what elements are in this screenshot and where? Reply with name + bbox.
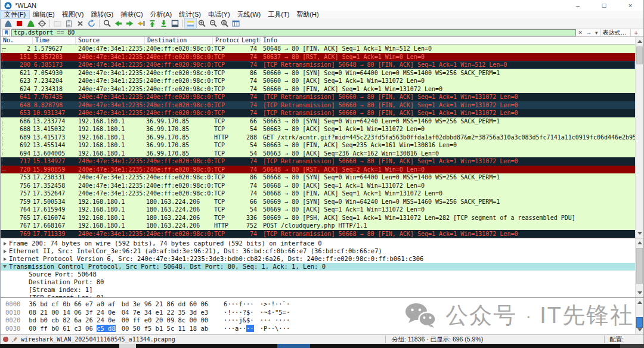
zoom-out-icon[interactable]: [208, 18, 219, 28]
restart-capture-icon[interactable]: [25, 18, 36, 28]
scroll-thumb[interactable]: [636, 317, 643, 328]
menu-item[interactable]: 工具(T): [264, 11, 293, 18]
menu-item[interactable]: 电话(Y): [205, 11, 234, 18]
packet-row[interactable]: 641 7.767435 240e:47e:34e1:2235:… 240e:f…: [1, 93, 635, 101]
menu-item[interactable]: 捕获(C): [117, 11, 146, 18]
packet-row[interactable]: 759 17.500534 192.168.180.1 180.163.224.…: [1, 198, 635, 206]
zoom-in-icon[interactable]: [196, 18, 208, 28]
go-forward-icon[interactable]: [124, 18, 135, 28]
filter-bookmark-icon[interactable]: [2, 29, 10, 36]
detail-line[interactable]: Ethernet II, Src: IntelCor_3e:96:21 (a0:…: [1, 247, 635, 255]
packet-row[interactable]: 623 7.234204 240e:47e:34e1:2235:… 240e:f…: [1, 77, 635, 85]
packet-row[interactable]: 717 15.134927 240e:47e:34e1:2235:… 240e:…: [1, 157, 635, 166]
hex-row[interactable]: 003000 ff b0 61 c3 06 c5 d800 50 f5 b1 5…: [5, 325, 290, 333]
hex-row[interactable]: 0020bd b0 cb 82 6a 26 24 0e00 ff e0 20 0…: [5, 316, 290, 325]
column-header-no[interactable]: No.: [1, 37, 33, 44]
profile-label[interactable]: 配置: Default: [604, 335, 643, 343]
hex-row[interactable]: 000036 bd cf 0b 66 e7 a0 afbd 3e 96 21 8…: [5, 300, 290, 309]
detail-line[interactable]: Destination Port: 80: [1, 278, 635, 286]
resize-columns-icon[interactable]: [230, 18, 242, 28]
hex-row[interactable]: 001008 21 00 14 06 3f 24 0e04 7e 34 e1 2…: [5, 309, 290, 317]
expression-button[interactable]: 表达式…: [600, 29, 630, 37]
scroll-up-icon[interactable]: [637, 241, 642, 244]
column-header-len[interactable]: Length: [239, 37, 261, 44]
colorize-icon[interactable]: [185, 18, 196, 28]
details-scrollbar[interactable]: [635, 238, 643, 297]
filter-apply-icon[interactable]: →: [584, 29, 593, 36]
close-button[interactable]: ×: [617, 0, 643, 11]
menu-item[interactable]: 跳转(G): [87, 11, 117, 18]
filter-dropdown-icon[interactable]: ▾: [593, 29, 600, 36]
detail-line[interactable]: Source Port: 50648: [1, 271, 635, 278]
packet-row[interactable]: 621 7.054930 240e:47e:34e1:2235:… 240e:f…: [1, 69, 635, 77]
hex-scrollbar[interactable]: [635, 298, 643, 334]
packet-row[interactable]: 765 17.616074 192.168.180.1 180.163.224.…: [1, 214, 635, 222]
go-top-icon[interactable]: [147, 18, 158, 28]
scroll-down-icon[interactable]: [637, 328, 642, 331]
detail-line[interactable]: Internet Protocol Version 6, Src: 240e:4…: [1, 255, 635, 263]
filter-add-button[interactable]: +: [630, 29, 642, 36]
autoscroll-icon[interactable]: [169, 18, 181, 28]
menu-item[interactable]: 帮助(H): [293, 11, 322, 18]
packet-row[interactable]: 624 7.234318 240e:47e:34e1:2235:… 240e:f…: [1, 85, 635, 94]
packet-row[interactable]: 688 13.415032 192.168.180.1 36.99.170.85…: [1, 125, 635, 133]
maximize-button[interactable]: □: [591, 0, 617, 11]
packet-row[interactable]: 753 17.230331 240e:47e:34e1:2235:… 240e:…: [1, 173, 635, 182]
column-header-proto[interactable]: Protocol: [213, 37, 239, 44]
packet-row[interactable]: 653 10.931347 240e:47e:34e1:2235:… 240e:…: [1, 109, 635, 117]
packet-row[interactable]: 769 17.711339 240e:47e:34e1:2235:… 240e:…: [1, 230, 635, 238]
go-back-icon[interactable]: [113, 18, 124, 28]
detail-line[interactable]: Transmission Control Protocol, Src Port:…: [1, 263, 635, 271]
packet-row[interactable]: 692 13.455144 192.168.180.1 36.99.170.85…: [1, 141, 635, 150]
reload-icon[interactable]: [86, 18, 97, 28]
column-header-dst[interactable]: Destination: [145, 37, 213, 44]
packet-row[interactable]: 756 17.352458 240e:47e:34e1:2235:… 240e:…: [1, 182, 635, 190]
menu-item[interactable]: 分析(A): [147, 11, 176, 18]
menu-item[interactable]: 编辑(E): [29, 11, 58, 18]
open-file-icon[interactable]: [52, 18, 63, 28]
menu-item[interactable]: 统计(S): [175, 11, 205, 18]
save-file-icon[interactable]: [63, 18, 75, 28]
packet-row[interactable]: 767 17.668167 192.168.180.1 180.163.224.…: [1, 222, 635, 230]
expand-arrow-icon[interactable]: [1, 265, 9, 268]
packet-row[interactable]: 689 13.415173 192.168.180.1 36.99.170.85…: [1, 133, 635, 142]
expand-arrow-icon[interactable]: [1, 250, 9, 253]
zoom-reset-icon[interactable]: [219, 18, 230, 28]
menu-item[interactable]: 视图(V): [58, 11, 88, 18]
go-bottom-icon[interactable]: [158, 18, 169, 28]
packet-row[interactable]: 764 17.615949 192.168.180.1 180.163.224.…: [1, 206, 635, 214]
expand-arrow-icon[interactable]: [1, 242, 9, 246]
display-filter-input[interactable]: [11, 29, 576, 36]
packet-row[interactable]: 757 17.352647 240e:47e:34e1:2235:… 240e:…: [1, 189, 635, 198]
packet-row[interactable]: 648 8.828798 240e:47e:34e1:2235:… 240e:f…: [1, 101, 635, 110]
column-header-info[interactable]: Info: [261, 37, 643, 44]
stop-capture-icon[interactable]: [14, 18, 25, 28]
packet-row[interactable]: 151 5.857203 240e:47e:34e1:2235:… 240e:f…: [1, 53, 635, 61]
minimize-button[interactable]: –: [565, 0, 591, 11]
scroll-up-icon[interactable]: [637, 40, 642, 43]
expand-arrow-icon[interactable]: [1, 257, 9, 261]
capture-comment-icon[interactable]: [11, 336, 18, 343]
scroll-down-icon[interactable]: [637, 291, 642, 294]
menu-item[interactable]: 无线(W): [234, 11, 265, 18]
packet-row[interactable]: 694 13.604005 192.168.180.1 36.99.170.85…: [1, 150, 635, 158]
packet-row[interactable]: 200 6.385173 240e:47e:34e1:2235:… 240e:f…: [1, 61, 635, 69]
close-file-icon[interactable]: [75, 18, 86, 28]
expert-info-icon[interactable]: [3, 337, 8, 342]
column-header-src[interactable]: Source: [76, 37, 145, 44]
scroll-up-icon[interactable]: [637, 301, 642, 304]
packet-row[interactable]: 720 15.990859 240e:47e:34e1:2235:… 240e:…: [1, 166, 635, 174]
filter-clear-icon[interactable]: ✕: [576, 29, 584, 36]
scroll-down-icon[interactable]: [637, 232, 642, 235]
detail-line[interactable]: Frame 200: 74 bytes on wire (592 bits), …: [1, 240, 635, 247]
packet-row[interactable]: 686 13.233774 192.168.180.1 36.99.170.85…: [1, 117, 635, 126]
scroll-thumb[interactable]: [636, 46, 643, 64]
menu-item[interactable]: 文件(F): [1, 11, 29, 18]
find-packet-icon[interactable]: [101, 18, 113, 28]
detail-line[interactable]: [Stream index: 1]: [1, 286, 635, 294]
column-header-time[interactable]: Time: [33, 37, 76, 44]
packet-list-scrollbar[interactable]: [635, 37, 643, 238]
packet-row[interactable]: 2 1.579627 240e:47e:34e1:2235:… 240e:ff:…: [1, 45, 635, 53]
go-to-packet-icon[interactable]: [135, 18, 147, 28]
capture-options-icon[interactable]: [36, 18, 48, 28]
